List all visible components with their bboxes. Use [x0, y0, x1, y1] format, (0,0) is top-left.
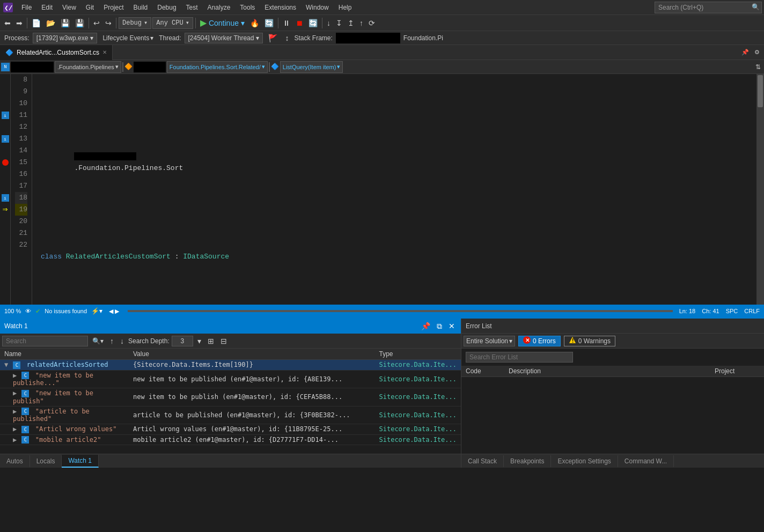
step-out-button[interactable]: ↥ [346, 18, 356, 28]
separator-1 [27, 18, 27, 28]
menu-project[interactable]: Project [99, 3, 128, 12]
tab-command-window[interactable]: Command W... [618, 455, 674, 467]
forward-button[interactable]: ➡ [14, 18, 25, 28]
menu-tools[interactable]: Tools [236, 3, 259, 12]
menu-view[interactable]: View [58, 3, 80, 12]
restart-debug-button[interactable]: 🔄 [306, 18, 320, 28]
expand-icon-3[interactable]: ▶ [13, 408, 17, 415]
issues-btn[interactable]: ⚡▾ [91, 307, 102, 315]
debug-config-dropdown[interactable]: Debug ▾ [119, 17, 151, 29]
expand-icon-5[interactable]: ▶ [13, 436, 17, 444]
menu-window[interactable]: Window [302, 3, 333, 12]
nav-sync-button[interactable]: ⇅ [753, 62, 763, 72]
menu-analyze[interactable]: Analyze [203, 3, 235, 12]
watch-expand-btn[interactable]: ⊞ [205, 336, 216, 346]
save-all-button[interactable]: 💾 [73, 18, 86, 28]
thread-icon-btn[interactable]: 🚩 [266, 33, 280, 43]
stack-label: Stack Frame: [294, 34, 332, 42]
gutter-8 [0, 74, 10, 86]
breakpoint-15 [2, 159, 9, 166]
step-into-button[interactable]: ↧ [334, 18, 344, 28]
back-button[interactable]: ⬅ [2, 18, 13, 28]
lifecycle-events-btn[interactable]: Lifecycle Events ▾ [100, 33, 156, 43]
menu-help[interactable]: Help [334, 3, 356, 12]
menu-debug[interactable]: Debug [153, 3, 180, 12]
menu-git[interactable]: Git [82, 3, 98, 12]
restart-button[interactable]: 🔄 [262, 18, 276, 28]
expand-icon-2[interactable]: ▶ [13, 389, 17, 397]
watch-close-btn[interactable]: ✕ [447, 322, 457, 330]
menu-file[interactable]: File [17, 3, 36, 12]
save-button[interactable]: 💾 [58, 18, 72, 28]
nav-class-dropdown[interactable]: Foundation.Pipelines.Sort.Related/ ▾ [167, 61, 268, 73]
tab-close-button[interactable]: ✕ [102, 49, 107, 55]
code-line-10 [36, 204, 752, 216]
tab-main-file[interactable]: 🔷 RelatedArtic...CustomSort.cs ✕ [0, 45, 113, 60]
new-file-button[interactable]: 📄 [30, 18, 43, 28]
warnings-count-btn[interactable]: ! 0 Warnings [564, 336, 615, 346]
step-over-button[interactable]: ↓ [325, 18, 333, 28]
var-value-3: article to be published (en#1@master), i… [133, 411, 350, 419]
nav-dropdown-arrow-2: ▾ [262, 63, 265, 70]
hot-reload-button[interactable]: 🔥 [248, 18, 261, 28]
nav-namespace-dropdown[interactable]: .Foundation.Pipelines ▾ [55, 61, 121, 73]
watch-pin-btn[interactable]: 📌 [420, 322, 432, 330]
watch-float-btn[interactable]: ⧉ [435, 322, 444, 331]
watch-grid-btn[interactable]: ⊟ [218, 336, 229, 346]
cpu-config-dropdown[interactable]: Any CPU ▾ [152, 17, 193, 29]
watch-cell-value-2: new item to be publish (en#1@master), id… [129, 388, 375, 407]
open-folder-button[interactable]: 📂 [44, 18, 57, 28]
ln-18: 18 [15, 192, 27, 204]
watch-cell-value-4: Articl wrong values (en#1@master), id: {… [129, 424, 375, 435]
thread-btn2[interactable]: ↕ [283, 33, 291, 43]
continue-button[interactable]: ▶ Continue ▾ [198, 17, 247, 29]
editor-scrollbar[interactable] [756, 74, 764, 305]
code-line-9: ns .Foundation.Pipelines.Sort [36, 157, 752, 168]
var-type-3: Sitecore.Data.Ite... [379, 411, 457, 419]
svg-text:✕: ✕ [525, 337, 530, 343]
tab-locals[interactable]: Locals [30, 455, 62, 467]
debug-toolbar-btn1[interactable]: ⏸ [281, 18, 292, 28]
expand-icon-4[interactable]: ▶ [13, 425, 17, 433]
error-scope-dropdown[interactable]: Entire Solution ▾ [464, 336, 515, 346]
item-icon-1: C [21, 372, 29, 379]
nav-method-dropdown[interactable]: ListQuery(Item item) ▾ [280, 61, 343, 73]
lifecycle-dropdown-arrow: ▾ [150, 34, 153, 42]
undo-button[interactable]: ↩ [91, 18, 102, 28]
menu-build[interactable]: Build [129, 3, 152, 12]
code-editor[interactable]: ns .Foundation.Pipelines.Sort class Rela… [32, 74, 756, 305]
menu-test[interactable]: Test [182, 3, 202, 12]
watch-up-btn[interactable]: ↑ [108, 336, 116, 346]
menu-edit[interactable]: Edit [37, 3, 57, 12]
tab-pin-button[interactable]: 📌 [739, 48, 751, 57]
debug-btn-extra2[interactable]: ⟳ [366, 18, 377, 28]
ln-19: 19 [15, 204, 27, 216]
scrollbar-thumb[interactable] [758, 75, 763, 107]
thread-dropdown[interactable]: [24504] Worker Thread ▾ [185, 33, 263, 43]
watch-down-btn[interactable]: ↓ [118, 336, 126, 346]
expand-icon-0[interactable]: ▼ [4, 361, 8, 368]
debug-btn-extra1[interactable]: ↑ [357, 18, 365, 28]
nav-sep [122, 62, 123, 72]
stop-button[interactable]: ⏹ [293, 18, 305, 28]
watch-depth-dropdown[interactable]: ▾ [195, 336, 203, 346]
menu-extensions[interactable]: Extensions [260, 3, 300, 12]
errors-count-btn[interactable]: ✕ 0 Errors [518, 336, 561, 346]
search-depth-input[interactable] [172, 336, 193, 346]
tab-breakpoints[interactable]: Breakpoints [504, 455, 551, 467]
tab-exception-settings[interactable]: Exception Settings [551, 455, 618, 467]
tab-settings-button[interactable]: ⚙ [752, 48, 762, 57]
tab-watch1[interactable]: Watch 1 [62, 455, 99, 468]
tab-call-stack[interactable]: Call Stack [461, 455, 504, 467]
expand-icon-1[interactable]: ▶ [13, 372, 17, 379]
redo-button[interactable]: ↪ [103, 18, 114, 28]
warning-icon: ! [569, 336, 576, 345]
tab-autos[interactable]: Autos [0, 455, 30, 467]
error-search-input[interactable] [466, 352, 573, 363]
ln-17: 17 [15, 180, 27, 192]
watch-search-btn[interactable]: 🔍▾ [90, 336, 106, 346]
process-dropdown[interactable]: [17392] w3wp.exe ▾ [33, 33, 98, 43]
global-search-input[interactable] [655, 2, 762, 13]
watch-search-input[interactable] [2, 336, 88, 346]
nav-dropdown-arrow-3: ▾ [337, 63, 340, 70]
